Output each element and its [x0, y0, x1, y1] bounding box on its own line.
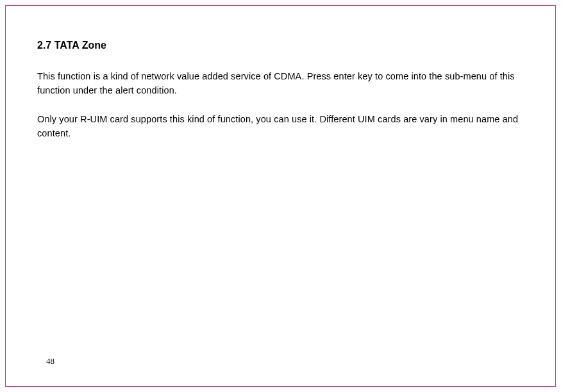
- paragraph-2: Only your R-UIM card supports this kind …: [37, 112, 524, 141]
- page-content: 2.7 TATA Zone This function is a kind of…: [37, 40, 524, 155]
- page-number: 48: [46, 356, 54, 366]
- section-heading: 2.7 TATA Zone: [37, 40, 524, 51]
- paragraph-1: This function is a kind of network value…: [37, 69, 524, 98]
